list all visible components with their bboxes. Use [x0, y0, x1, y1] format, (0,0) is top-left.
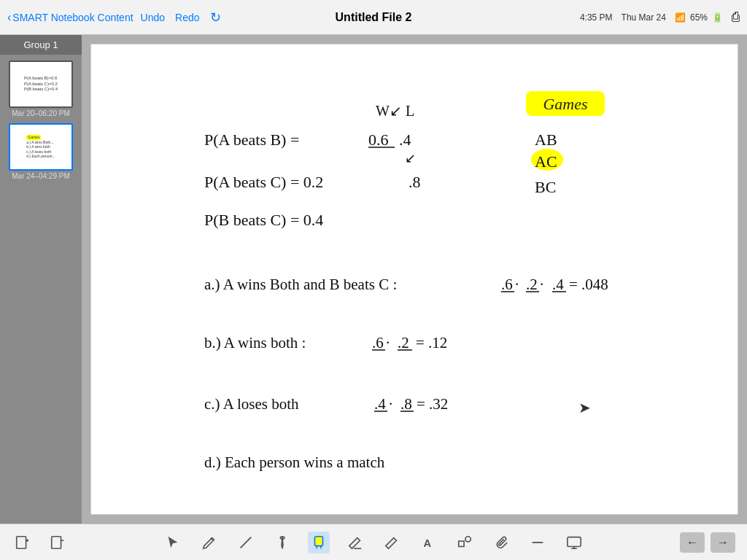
svg-text:b.)  A wins both :: b.) A wins both : [204, 334, 306, 351]
delete-page-tool[interactable] [47, 532, 69, 553]
svg-text:.6: .6 [372, 334, 384, 351]
group-header: Group 1 [0, 35, 82, 55]
svg-text:.6: .6 [501, 276, 513, 293]
battery-icon: 🔋 [712, 12, 723, 23]
svg-text:Games: Games [543, 95, 587, 113]
page-1-label: Mar 20–06:20 PM [12, 109, 70, 117]
svg-text:.2: .2 [398, 334, 409, 351]
svg-text:.4: .4 [552, 276, 564, 293]
top-bar: ‹ SMART Notebook Content Undo Redo ↻ Unt… [0, 0, 747, 35]
svg-text:↙: ↙ [405, 151, 416, 166]
line-tool[interactable] [235, 532, 257, 553]
svg-text:AC: AC [535, 152, 557, 171]
top-bar-left: ‹ SMART Notebook Content Undo Redo ↻ [7, 9, 224, 26]
nav-label: SMART Notebook Content [12, 12, 133, 23]
highlighter-tool[interactable] [308, 532, 330, 553]
toolbar-center: A [162, 532, 585, 553]
attach-tool[interactable] [490, 532, 512, 553]
top-bar-right: 4:35 PM Thu Mar 24 📶 65% 🔋 ⎙ [580, 9, 740, 25]
svg-text:=  .12: = .12 [416, 334, 447, 351]
svg-text:.4: .4 [399, 131, 411, 149]
eraser-line-tool[interactable] [344, 532, 366, 553]
svg-text:d.)  Each person wins a match: d.) Each person wins a match [204, 454, 385, 471]
svg-text:BC: BC [535, 178, 556, 196]
svg-text:.2: .2 [526, 276, 538, 293]
straight-line-tool[interactable] [527, 532, 549, 553]
page-thumb-2-inner: Games a.) A wins Both... b.) A wins both… [10, 125, 71, 169]
redo-button[interactable]: Redo [172, 12, 202, 23]
shapes-tool[interactable] [454, 532, 476, 553]
battery-label: 65% [690, 12, 708, 23]
svg-rect-55 [459, 541, 464, 546]
nav-forward-button[interactable]: → [711, 532, 735, 553]
toolbar-right: ← → [680, 532, 735, 553]
svg-text:·: · [389, 395, 392, 413]
svg-text:.8: .8 [409, 173, 421, 191]
svg-text:P(A beats C) = 0.2: P(A beats C) = 0.2 [204, 173, 323, 191]
svg-rect-43 [17, 536, 26, 548]
canvas-area: Games W↙ L P(A beats B) = 0.6 .4 ↙ AB AC… [82, 35, 747, 524]
page-2-label: Mar 24–04:29 PM [12, 172, 70, 180]
svg-rect-46 [52, 536, 61, 548]
svg-rect-58 [568, 537, 581, 546]
whiteboard[interactable]: Games W↙ L P(A beats B) = 0.6 .4 ↙ AB AC… [90, 44, 738, 515]
page-thumb-2[interactable]: Games a.) A wins Both... b.) A wins both… [9, 123, 73, 171]
marker-tool[interactable] [271, 532, 293, 553]
svg-text:W↙  L: W↙ L [376, 103, 414, 119]
page-thumb-1[interactable]: P(A beats B)=0.6 P(A beats C)=0.2 P(B be… [9, 61, 73, 108]
svg-rect-50 [315, 536, 323, 545]
thumb-1-content: P(A beats B)=0.6 P(A beats C)=0.2 P(B be… [21, 73, 61, 96]
svg-text:.8: .8 [400, 395, 412, 413]
time-display: 4:35 PM [580, 12, 613, 23]
svg-point-56 [465, 536, 471, 541]
svg-text:·: · [515, 276, 519, 293]
svg-text:A: A [424, 537, 432, 548]
svg-text:P(A beats B) =: P(A beats B) = [204, 131, 299, 149]
svg-text:.4: .4 [374, 395, 386, 413]
svg-text:c.)  A loses both: c.) A loses both [204, 395, 299, 413]
svg-text:= .32: = .32 [417, 395, 448, 413]
svg-text:= .048: = .048 [569, 276, 608, 293]
svg-text:a.)  A wins Both and B beats C: a.) A wins Both and B beats C : [204, 276, 397, 293]
file-title: Untitled File 2 [336, 11, 412, 24]
svg-text:·: · [540, 276, 543, 293]
svg-text:AB: AB [535, 131, 557, 149]
thumb-2-content: Games a.) A wins Both... b.) A wins both… [23, 132, 58, 162]
svg-text:0.6: 0.6 [368, 131, 389, 149]
share-icon[interactable]: ⎙ [732, 9, 740, 25]
bottom-toolbar: A [0, 524, 747, 560]
nav-back-button[interactable]: ← [680, 532, 705, 553]
page-thumb-1-inner: P(A beats B)=0.6 P(A beats C)=0.2 P(B be… [10, 62, 71, 106]
pen-tool[interactable] [198, 532, 220, 553]
main-layout: Group 1 P(A beats B)=0.6 P(A beats C)=0.… [0, 35, 747, 524]
sidebar: Group 1 P(A beats B)=0.6 P(A beats C)=0.… [0, 35, 82, 524]
back-chevron-icon: ‹ [7, 11, 11, 24]
text-tool[interactable]: A [417, 532, 439, 553]
wifi-icon: 📶 [675, 12, 686, 23]
eraser-tool[interactable] [381, 532, 403, 553]
back-button[interactable]: ‹ SMART Notebook Content [7, 11, 133, 24]
svg-line-48 [241, 537, 252, 548]
select-tool[interactable] [162, 532, 184, 553]
screen-tool[interactable] [563, 532, 585, 553]
svg-text:➤: ➤ [578, 400, 591, 416]
date-display: Thu Mar 24 [622, 12, 666, 23]
undo-button[interactable]: Undo [138, 12, 168, 23]
svg-text:P(B beats C) = 0.4: P(B beats C) = 0.4 [204, 211, 323, 229]
refresh-button[interactable]: ↻ [207, 9, 224, 26]
whiteboard-svg: Games W↙ L P(A beats B) = 0.6 .4 ↙ AB AC… [91, 44, 738, 515]
insert-page-tool[interactable] [12, 532, 34, 553]
toolbar-left [12, 532, 69, 553]
svg-text:·: · [386, 334, 390, 351]
status-icons: 📶 65% 🔋 [675, 12, 723, 23]
nav-arrows: ← → [680, 532, 735, 553]
